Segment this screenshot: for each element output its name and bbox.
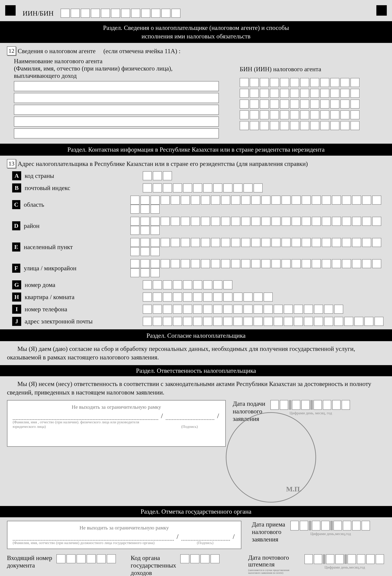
gov-signature-frame[interactable]: Не выходить за ограничительную рамку / /…	[7, 521, 241, 549]
signature-frame[interactable]: Не выходить за ограничительную рамку / /…	[7, 400, 226, 447]
address-row-g: Gномер дома	[12, 280, 385, 289]
section-header-consent: Раздел. Согласие налогоплательщика	[0, 330, 392, 341]
agent-name-label: Наименование налогового агента (Фамилия,…	[14, 58, 222, 79]
address-cells-e[interactable]	[130, 238, 385, 256]
letter-badge: H	[12, 292, 21, 302]
item-12-title: Сведения о налоговом агенте	[18, 48, 96, 55]
stamp-mp: М.П.	[286, 485, 302, 493]
agent-name-input[interactable]	[14, 105, 219, 115]
frame-hint: Не выходить за ограничительную рамку	[13, 525, 236, 531]
address-row-b: Bпочтовый индекс	[12, 183, 385, 193]
agent-name-input[interactable]	[14, 116, 219, 127]
agent-name-input[interactable]	[14, 81, 219, 91]
submission-date-input[interactable]	[270, 400, 351, 410]
sign-hint: (Подпись)	[181, 541, 229, 545]
address-label: населенный пункт	[24, 243, 130, 251]
address-cells-i[interactable]	[143, 305, 344, 314]
address-label: адрес электронной почты	[25, 318, 143, 325]
address-row-f: Fулица / микрорайон	[12, 259, 385, 277]
fio-hint: (Фамилия, имя , отчество (при наличии). …	[13, 420, 157, 429]
iin-cells[interactable]	[61, 9, 181, 18]
address-row-i: Iномер телефона	[12, 305, 385, 314]
responsibility-text: Мы (Я) несем (несу) ответственность в со…	[0, 380, 392, 397]
letter-badge: B	[12, 183, 21, 193]
sign-hint: (Подпись)	[165, 424, 214, 429]
address-cells-c[interactable]	[130, 196, 385, 214]
section-header-responsibility: Раздел. Ответственность налогоплательщик…	[0, 365, 392, 376]
item-12-condition: (если отмечена ячейка 11А) :	[103, 48, 180, 55]
section-header-taxpayer: Раздел. Сведения о налогоплательщике (на…	[0, 21, 392, 43]
address-label: район	[24, 222, 130, 230]
letter-badge: G	[12, 280, 21, 289]
item-13: 13 Адрес налогоплательщика в Республике …	[7, 159, 385, 168]
address-label: код страны	[25, 172, 143, 179]
letter-badge: F	[12, 264, 20, 273]
address-cells-j[interactable]	[143, 317, 385, 326]
receipt-date-label: Дата приема налогового заявления	[252, 521, 285, 543]
item-12-number: 12	[7, 46, 16, 56]
address-label: номер дома	[25, 281, 143, 288]
incoming-number-label: Входящий номер документа	[7, 554, 52, 569]
item-12-body: Наименование налогового агента (Фамилия,…	[14, 58, 385, 140]
post-stamp-date-label: Дата почтового штемпеля (заполняется в с…	[248, 554, 300, 575]
address-row-e: Eнаселенный пункт	[12, 238, 385, 256]
iin-label: ИИН/БИН	[23, 9, 54, 17]
section-header-contact: Раздел. Контактная информация в Республи…	[0, 144, 392, 156]
address-row-h: Hквартира / комната	[12, 292, 385, 302]
address-row-d: Dрайон	[12, 217, 385, 235]
address-cells-h[interactable]	[143, 292, 274, 302]
incoming-number-input[interactable]	[56, 554, 117, 563]
item-13-title: Адрес налогоплательщика в Республике Каз…	[18, 160, 308, 168]
address-rows: Aкод страныBпочтовый индексCобластьDрайо…	[7, 171, 385, 326]
item-13-number: 13	[7, 159, 16, 168]
responsibility-block: Не выходить за ограничительную рамку / /…	[7, 400, 385, 503]
address-label: номер телефона	[25, 306, 143, 313]
letter-badge: I	[12, 305, 21, 314]
post-stamp-date-input[interactable]	[305, 554, 385, 564]
agent-bin-label: БИН (ИИН) налогового агента	[240, 65, 361, 73]
corner-mark	[376, 5, 387, 16]
address-cells-d[interactable]	[130, 217, 385, 235]
page: ИИН/БИН Раздел. Сведения о налогоплатель…	[0, 0, 392, 576]
gov-fio-hint: (Фамилия, имя, оотчество (при наличии) д…	[13, 541, 173, 545]
address-cells-g[interactable]	[143, 280, 233, 289]
letter-badge: E	[12, 242, 20, 252]
address-label: область	[24, 201, 130, 208]
receipt-date-input[interactable]	[290, 521, 371, 530]
address-row-c: Cобласть	[12, 196, 385, 214]
letter-badge: C	[12, 200, 20, 209]
agent-bin-grid[interactable]	[240, 78, 361, 130]
address-row-j: Jадрес электронной почты	[12, 317, 385, 326]
consent-text: Мы (Я) даем (даю) согласие на сбор и обр…	[7, 345, 385, 361]
agent-name-input[interactable]	[14, 93, 219, 103]
address-cells-f[interactable]	[130, 259, 385, 277]
date-hint: Цифрами день,месяц,год	[290, 532, 371, 536]
item-12: 12 Сведения о налоговом агенте (если отм…	[7, 46, 385, 56]
letter-badge: A	[12, 171, 21, 180]
address-row-a: Aкод страны	[12, 171, 385, 180]
address-label: почтовый индекс	[25, 184, 143, 192]
address-cells-b[interactable]	[143, 183, 264, 193]
gov-block-1: Не выходить за ограничительную рамку / /…	[7, 521, 385, 549]
stamp-circle: М.П.	[226, 412, 316, 503]
letter-badge: J	[12, 317, 21, 326]
corner-mark	[5, 5, 16, 16]
gov-block-2: Входящий номер документа Код органа госу…	[7, 554, 385, 576]
iin-bin-row: ИИН/БИН	[23, 9, 385, 18]
agent-name-input[interactable]	[14, 128, 219, 139]
frame-hint: Не выходить за ограничительную рамку	[13, 404, 220, 410]
date-hint: Цифрами день,месяц,год	[305, 565, 385, 570]
address-cells-a[interactable]	[143, 171, 173, 180]
address-label: улица / микрорайон	[24, 264, 130, 272]
letter-badge: D	[12, 221, 20, 230]
section-header-gov: Раздел. Отметка государственного органа	[0, 506, 392, 517]
gov-code-label: Код органа государственных доходов	[131, 554, 176, 576]
address-label: квартира / комната	[25, 293, 143, 301]
gov-code-input[interactable]	[180, 554, 221, 563]
